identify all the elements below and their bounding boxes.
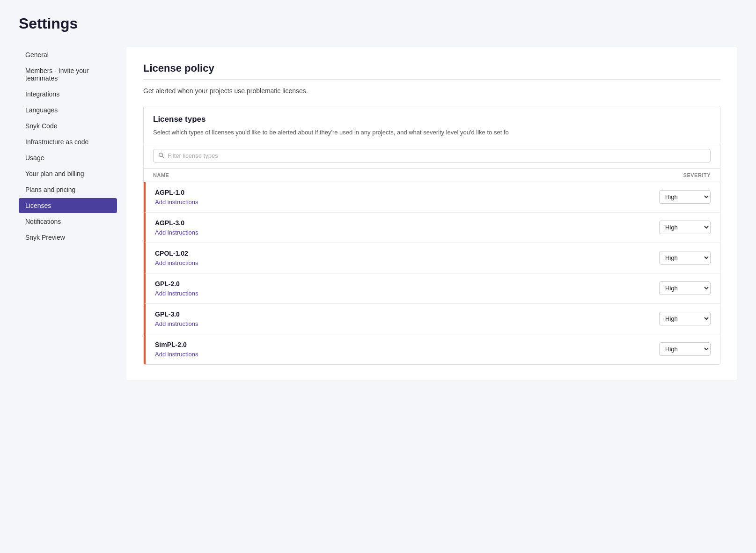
add-instructions-link-gpl-2.0[interactable]: Add instructions [155, 290, 198, 297]
col-name-header: NAME [153, 172, 650, 178]
sidebar-item-notifications[interactable]: Notifications [19, 214, 117, 229]
add-instructions-link-gpl-3.0[interactable]: Add instructions [155, 320, 198, 327]
card-header: License types Select which types of lice… [144, 106, 720, 143]
license-info-gpl-2.0: GPL-2.0Add instructions [155, 280, 659, 297]
license-name-simpl-2.0: SimPL-2.0 [155, 341, 659, 348]
section-title: License policy [143, 62, 720, 74]
license-info-agpl-3.0: AGPL-3.0Add instructions [155, 219, 659, 236]
table-header: NAME SEVERITY [144, 169, 720, 182]
license-info-cpol-1.02: CPOL-1.02Add instructions [155, 250, 659, 266]
sidebar-item-usage[interactable]: Usage [19, 150, 117, 165]
sidebar-item-licenses[interactable]: Licenses [19, 198, 117, 213]
sidebar-item-general[interactable]: General [19, 47, 117, 62]
license-list: AGPL-1.0Add instructionsLowMediumHighCri… [144, 182, 720, 364]
license-row: AGPL-1.0Add instructionsLowMediumHighCri… [144, 182, 720, 213]
severity-select-gpl-2.0[interactable]: LowMediumHighCritical [659, 281, 711, 295]
license-row: SimPL-2.0Add instructionsLowMediumHighCr… [144, 334, 720, 364]
severity-select-gpl-3.0[interactable]: LowMediumHighCritical [659, 312, 711, 325]
search-icon [158, 152, 165, 159]
license-name-agpl-3.0: AGPL-3.0 [155, 219, 659, 227]
license-row: CPOL-1.02Add instructionsLowMediumHighCr… [144, 243, 720, 273]
sidebar-item-snyk-preview[interactable]: Snyk Preview [19, 230, 117, 245]
section-divider [143, 79, 720, 80]
card-description: Select which types of licenses you'd lik… [153, 128, 711, 137]
main-content: License policy Get alerted when your pro… [126, 47, 737, 380]
card-title: License types [153, 115, 711, 124]
svg-line-1 [162, 156, 164, 158]
page-title: Settings [19, 15, 737, 32]
sidebar-item-infrastructure-as-code[interactable]: Infrastructure as code [19, 134, 117, 149]
severity-select-agpl-3.0[interactable]: LowMediumHighCritical [659, 221, 711, 234]
filter-license-input[interactable] [168, 152, 705, 159]
license-name-gpl-2.0: GPL-2.0 [155, 280, 659, 288]
license-name-agpl-1.0: AGPL-1.0 [155, 189, 659, 196]
filter-input-wrapper [153, 149, 711, 162]
section-description: Get alerted when your projects use probl… [143, 87, 720, 95]
add-instructions-link-agpl-1.0[interactable]: Add instructions [155, 199, 198, 206]
sidebar-item-snyk-code[interactable]: Snyk Code [19, 118, 117, 133]
sidebar: GeneralMembers - Invite your teammatesIn… [19, 47, 126, 380]
license-row: GPL-2.0Add instructionsLowMediumHighCrit… [144, 273, 720, 304]
sidebar-item-integrations[interactable]: Integrations [19, 87, 117, 102]
license-info-gpl-3.0: GPL-3.0Add instructions [155, 310, 659, 327]
license-row: AGPL-3.0Add instructionsLowMediumHighCri… [144, 213, 720, 243]
sidebar-item-members[interactable]: Members - Invite your teammates [19, 63, 117, 86]
add-instructions-link-simpl-2.0[interactable]: Add instructions [155, 351, 198, 358]
sidebar-item-your-plan-and-billing[interactable]: Your plan and billing [19, 166, 117, 181]
sidebar-item-languages[interactable]: Languages [19, 103, 117, 118]
license-name-cpol-1.02: CPOL-1.02 [155, 250, 659, 257]
col-severity-header: SEVERITY [650, 172, 711, 178]
svg-point-0 [159, 153, 163, 157]
severity-select-cpol-1.02[interactable]: LowMediumHighCritical [659, 251, 711, 265]
severity-select-simpl-2.0[interactable]: LowMediumHighCritical [659, 342, 711, 356]
add-instructions-link-agpl-3.0[interactable]: Add instructions [155, 229, 198, 236]
severity-select-agpl-1.0[interactable]: LowMediumHighCritical [659, 190, 711, 204]
add-instructions-link-cpol-1.02[interactable]: Add instructions [155, 259, 198, 266]
license-row: GPL-3.0Add instructionsLowMediumHighCrit… [144, 304, 720, 334]
filter-row [144, 143, 720, 169]
license-info-agpl-1.0: AGPL-1.0Add instructions [155, 189, 659, 206]
license-types-card: License types Select which types of lice… [143, 106, 720, 365]
license-name-gpl-3.0: GPL-3.0 [155, 310, 659, 318]
license-info-simpl-2.0: SimPL-2.0Add instructions [155, 341, 659, 358]
sidebar-item-plans-and-pricing[interactable]: Plans and pricing [19, 182, 117, 197]
